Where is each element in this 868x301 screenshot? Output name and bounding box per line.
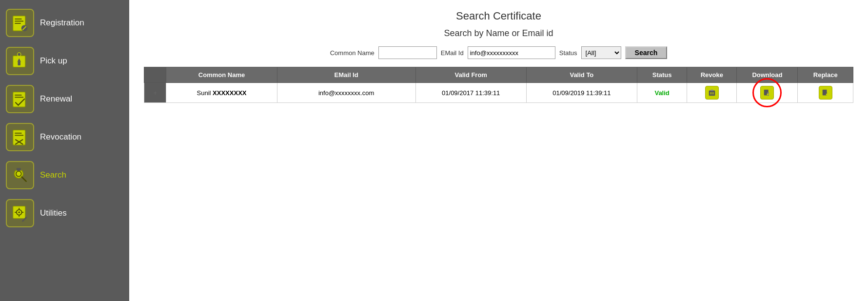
sidebar-item-renewal-label: Renewal <box>40 94 72 104</box>
col-header-email: EMail Id <box>277 67 415 83</box>
col-header-download: Download <box>737 67 798 83</box>
col-header-valid-from: Valid From <box>415 67 526 83</box>
status-label: Status <box>559 49 577 57</box>
row-status: Valid <box>637 83 687 103</box>
row-replace-cell[interactable] <box>798 83 853 103</box>
sidebar-item-revocation[interactable]: Revocation <box>0 118 129 156</box>
search-bar: Common Name EMail Id Status [All] Valid … <box>144 46 853 59</box>
sidebar-item-registration[interactable]: Registration <box>0 4 129 42</box>
svg-rect-9 <box>18 62 20 65</box>
main-content: Search Certificate Search by Name or Ema… <box>129 0 868 301</box>
sidebar-item-pickup[interactable]: Pick up <box>0 42 129 80</box>
svg-rect-11 <box>15 95 21 96</box>
sidebar-item-registration-label: Registration <box>40 18 84 28</box>
revocation-icon <box>6 123 34 151</box>
status-select[interactable]: [All] Valid Expired Revoked <box>581 46 621 59</box>
row-revoke-cell[interactable] <box>687 83 737 103</box>
svg-line-20 <box>22 177 26 181</box>
row-download-cell[interactable] <box>737 83 798 103</box>
row-expand-cell[interactable]: + <box>144 83 166 103</box>
sidebar: Registration Pick up Renewal <box>0 0 129 301</box>
revoke-button[interactable] <box>705 86 719 100</box>
col-header-revoke: Revoke <box>687 67 737 83</box>
row-valid-from: 01/09/2017 11:39:11 <box>415 83 526 103</box>
email-id-input[interactable] <box>468 46 555 59</box>
svg-rect-1 <box>15 19 21 20</box>
download-wrapper <box>760 86 774 100</box>
col-header-valid-to: Valid To <box>526 67 637 83</box>
sidebar-item-utilities-label: Utilities <box>40 208 67 218</box>
col-header-replace: Replace <box>798 67 853 83</box>
utilities-icon <box>6 199 34 227</box>
svg-rect-14 <box>15 133 21 134</box>
svg-rect-12 <box>15 97 23 98</box>
email-id-label: EMail Id <box>441 49 464 57</box>
sidebar-item-search-label: Search <box>40 170 66 180</box>
svg-rect-13 <box>13 130 25 145</box>
svg-rect-3 <box>15 23 21 24</box>
certificates-table: Common Name EMail Id Valid From Valid To… <box>144 67 853 103</box>
search-button[interactable]: Search <box>625 46 668 59</box>
svg-rect-21 <box>17 168 21 171</box>
sidebar-item-renewal[interactable]: Renewal <box>0 80 129 118</box>
sidebar-item-search[interactable]: Search <box>0 156 129 194</box>
svg-point-24 <box>18 211 20 213</box>
svg-rect-2 <box>15 21 23 22</box>
download-button[interactable] <box>760 86 774 100</box>
page-title: Search Certificate <box>144 10 853 22</box>
sidebar-item-pickup-label: Pick up <box>40 56 67 66</box>
common-name-label: Common Name <box>330 49 375 57</box>
renewal-icon <box>6 85 34 113</box>
col-header-expand <box>144 67 166 83</box>
table-row: + Sunil XXXXXXXX info@xxxxxxxx.com 01/09… <box>144 83 853 103</box>
common-name-input[interactable] <box>378 46 437 59</box>
registration-icon <box>6 9 34 37</box>
replace-button[interactable] <box>819 86 832 100</box>
svg-rect-15 <box>15 135 23 136</box>
svg-rect-31 <box>710 90 713 91</box>
col-header-status: Status <box>637 67 687 83</box>
row-valid-to: 01/09/2019 11:39:11 <box>526 83 637 103</box>
search-icon <box>6 161 34 189</box>
sidebar-item-revocation-label: Revocation <box>40 132 81 142</box>
pickup-icon <box>6 47 34 75</box>
sidebar-item-utilities[interactable]: Utilities <box>0 194 129 232</box>
row-common-name: Sunil XXXXXXXX <box>166 83 277 103</box>
page-subtitle: Search by Name or Email id <box>144 28 853 39</box>
svg-point-7 <box>18 53 21 56</box>
col-header-common-name: Common Name <box>166 67 277 83</box>
row-email: info@xxxxxxxx.com <box>277 83 415 103</box>
